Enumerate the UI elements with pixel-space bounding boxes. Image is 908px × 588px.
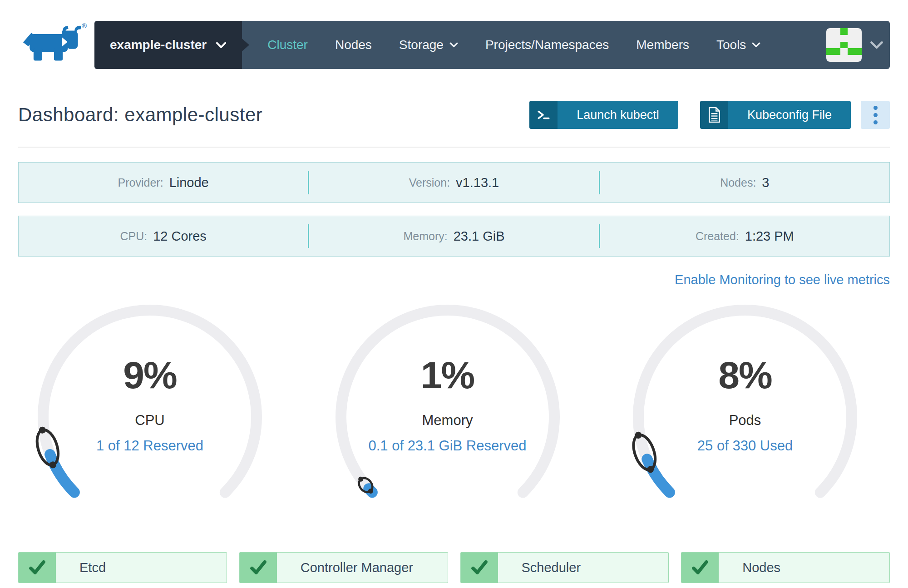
rancher-cow-icon — [19, 25, 87, 66]
check-icon — [461, 553, 498, 583]
kubeconfig-file-button[interactable]: Kubeconfig File — [700, 101, 851, 129]
identicon-cell-off — [826, 55, 834, 62]
info-value: Linode — [169, 175, 209, 190]
identicon-cell-off — [848, 42, 855, 49]
status-badge-scheduler: Scheduler — [460, 552, 669, 583]
nav-item-label: Storage — [399, 38, 444, 52]
gauge-percent: 8% — [718, 356, 771, 394]
status-badge-controller-manager: Controller Manager — [239, 552, 448, 583]
chevron-down-icon[interactable] — [870, 41, 883, 49]
gauge-text: 9%CPU1 of 12 Reserved — [35, 302, 264, 531]
identicon-cell-off — [826, 42, 834, 49]
info-label: CPU: — [120, 230, 147, 243]
nav-item-cluster[interactable]: Cluster — [254, 38, 321, 52]
identicon-cell-on — [848, 48, 855, 55]
file-icon — [700, 101, 728, 129]
identicon-cell-off — [848, 35, 855, 42]
gauge-title: CPU — [135, 412, 164, 429]
nav-item-label: Projects/Namespaces — [485, 38, 609, 52]
status-badge-label: Nodes — [719, 560, 780, 575]
cluster-selector-label: example-cluster — [110, 38, 207, 52]
status-badge-label: Controller Manager — [277, 560, 413, 575]
gauge-percent: 9% — [123, 356, 176, 394]
terminal-icon — [529, 101, 558, 129]
info-value: v1.13.1 — [456, 175, 499, 190]
nav-right — [826, 28, 890, 62]
cluster-selector[interactable]: example-cluster — [94, 21, 242, 69]
gauges-row: 9%CPU1 of 12 Reserved1%Memory0.1 of 23.1… — [35, 302, 859, 531]
enable-monitoring-link[interactable]: Enable Monitoring to see live metrics — [675, 272, 890, 287]
page-header: Dashboard: example-cluster Launch kubect… — [18, 101, 890, 129]
gauge-title: Memory — [422, 412, 473, 429]
chevron-down-icon — [449, 42, 458, 48]
identicon-cell-off — [854, 42, 862, 49]
identicon-cell-off — [854, 55, 862, 62]
status-badge-etcd: Etcd — [18, 552, 227, 583]
gauge-pods: 8%Pods25 of 330 Used — [631, 302, 859, 531]
top-navigation: ® example-cluster ClusterNodesStoragePro… — [18, 21, 890, 69]
more-actions-button[interactable] — [861, 101, 890, 129]
info-value: 12 Cores — [153, 229, 207, 244]
rancher-logo[interactable]: ® — [18, 21, 94, 69]
gauge-cpu: 9%CPU1 of 12 Reserved — [35, 302, 264, 531]
identicon-cell-on — [834, 48, 841, 55]
nav-item-tools[interactable]: Tools — [703, 38, 774, 52]
info-label: Provider: — [118, 176, 163, 189]
info-cell-version: Version:v1.13.1 — [309, 163, 598, 203]
info-value: 3 — [762, 175, 769, 190]
info-label: Memory: — [403, 230, 447, 243]
kubeconfig-file-label: Kubeconfig File — [728, 101, 851, 129]
gauge-detail: 25 of 330 Used — [697, 438, 793, 454]
dot — [873, 120, 878, 124]
dot — [873, 113, 878, 117]
dot — [873, 106, 878, 110]
check-icon — [240, 553, 277, 583]
status-badge-nodes: Nodes — [681, 552, 890, 583]
identicon-cell-on — [840, 42, 848, 49]
identicon-cell-off — [854, 28, 862, 35]
info-label: Version: — [409, 176, 450, 189]
identicon-cell-off — [848, 55, 855, 62]
launch-kubectl-button[interactable]: Launch kubectl — [529, 101, 678, 129]
cluster-info-bar-bottom: CPU:12 CoresMemory:23.1 GiBCreated:1:23 … — [18, 216, 890, 257]
identicon-cell-off — [840, 35, 848, 42]
gauge-detail: 0.1 of 23.1 GiB Reserved — [368, 438, 526, 454]
nav-item-members[interactable]: Members — [622, 38, 703, 52]
divider — [18, 147, 890, 148]
status-badges-row: EtcdController ManagerSchedulerNodes — [18, 552, 890, 583]
avatar[interactable] — [826, 28, 862, 62]
identicon-cell-off — [834, 35, 841, 42]
info-cell-created: Created:1:23 PM — [600, 216, 889, 256]
identicon-cell-off — [840, 55, 848, 62]
identicon-cell-off — [834, 55, 841, 62]
nav-item-label: Members — [636, 38, 689, 52]
gauge-memory: 1%Memory0.1 of 23.1 GiB Reserved — [333, 302, 562, 531]
identicon-cell-off — [854, 35, 862, 42]
status-badge-label: Etcd — [56, 560, 106, 575]
gauge-percent: 1% — [421, 356, 474, 394]
nav-item-nodes[interactable]: Nodes — [321, 38, 385, 52]
identicon-cell-on — [854, 48, 862, 55]
check-icon — [19, 553, 56, 583]
info-value: 23.1 GiB — [454, 229, 505, 244]
identicon-cell-on — [840, 28, 848, 35]
identicon-cell-off — [826, 35, 834, 42]
info-label: Created: — [696, 230, 739, 243]
nav-item-label: Cluster — [267, 38, 308, 52]
gauge-text: 1%Memory0.1 of 23.1 GiB Reserved — [333, 302, 562, 531]
gauge-title: Pods — [729, 412, 761, 429]
status-badge-label: Scheduler — [498, 560, 581, 575]
identicon-cell-on — [826, 48, 834, 55]
nav-item-label: Tools — [716, 38, 746, 52]
chevron-down-icon — [752, 42, 760, 48]
identicon-cell-off — [840, 48, 848, 55]
nav-item-storage[interactable]: Storage — [385, 38, 472, 52]
launch-kubectl-label: Launch kubectl — [558, 101, 678, 129]
trademark-symbol: ® — [82, 22, 87, 30]
navbar: example-cluster ClusterNodesStorageProje… — [94, 21, 890, 69]
page-title: Dashboard: example-cluster — [18, 104, 529, 126]
nav-items: ClusterNodesStorageProjects/NamespacesMe… — [254, 38, 774, 52]
gauge-text: 8%Pods25 of 330 Used — [631, 302, 859, 531]
chevron-down-icon — [216, 42, 227, 49]
nav-item-projects-namespaces[interactable]: Projects/Namespaces — [472, 38, 622, 52]
